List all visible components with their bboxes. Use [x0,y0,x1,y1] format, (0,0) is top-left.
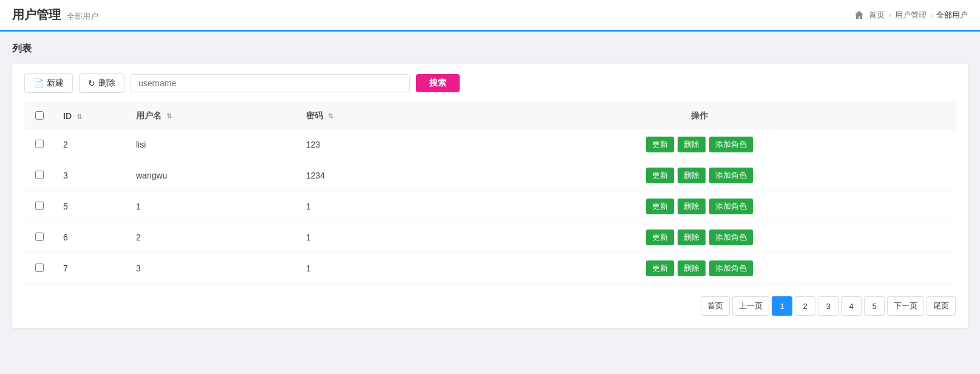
breadcrumb: 首页 › 用户管理 › 全部用户 [853,9,968,21]
page-first-button[interactable]: 首页 [701,296,730,316]
page-title: 用户管理 [12,7,61,23]
row-actions: 更新 删除 添加角色 [443,191,956,222]
add-role-button[interactable]: 添加角色 [709,168,753,183]
page-2-button[interactable]: 2 [795,296,815,316]
new-button[interactable]: 📄 新建 [24,73,73,93]
row-id: 3 [55,160,128,191]
add-role-button[interactable]: 添加角色 [709,229,753,245]
th-password: 密码 ⇅ [298,103,443,129]
search-button[interactable]: 搜索 [416,74,460,92]
page-prev-button[interactable]: 上一页 [732,296,769,316]
select-all-checkbox[interactable] [35,111,44,120]
row-username: 1 [128,191,298,222]
refresh-icon: ↻ [88,78,95,88]
page-5-button[interactable]: 5 [864,296,885,316]
row-actions: 更新 删除 添加角色 [443,222,956,253]
breadcrumb-home[interactable]: 首页 [869,10,885,21]
row-username: 3 [128,253,298,284]
th-id: ID ⇅ [55,103,128,129]
row-checkbox-1[interactable] [35,171,44,179]
update-button[interactable]: 更新 [646,137,674,152]
row-checkbox-3[interactable] [35,233,44,241]
sort-icon-id: ⇅ [77,113,82,121]
page-subtitle: 全部用户 [67,11,98,22]
sort-icon-password: ⇅ [328,112,333,120]
row-actions: 更新 删除 添加角色 [443,129,956,160]
table-row: 6 2 1 更新 删除 添加角色 [24,222,956,253]
row-checkbox-0[interactable] [35,140,44,148]
content-card: 📄 新建 ↻ 删除 搜索 ID ⇅ 用户名 [12,64,968,328]
row-password: 1234 [298,160,443,191]
row-checkbox-cell [24,129,55,160]
page-4-button[interactable]: 4 [841,296,862,316]
row-password: 1 [298,222,443,253]
row-username: 2 [128,222,298,253]
row-checkbox-cell [24,222,55,253]
new-icon: 📄 [33,78,44,88]
update-button[interactable]: 更新 [646,168,674,183]
breadcrumb-section[interactable]: 用户管理 [895,10,927,21]
users-table: ID ⇅ 用户名 ⇅ 密码 ⇅ 操作 2 lisi 123 [24,103,956,284]
row-checkbox-4[interactable] [35,264,44,272]
row-password: 123 [298,129,443,160]
toolbar: 📄 新建 ↻ 删除 搜索 [24,73,956,93]
row-actions: 更新 删除 添加角色 [443,253,956,284]
page-last-button[interactable]: 尾页 [927,296,956,316]
table-row: 2 lisi 123 更新 删除 添加角色 [24,129,956,160]
row-id: 5 [55,191,128,222]
table-row: 3 wangwu 1234 更新 删除 添加角色 [24,160,956,191]
table-row: 5 1 1 更新 删除 添加角色 [24,191,956,222]
row-username: wangwu [128,160,298,191]
page-next-button[interactable]: 下一页 [887,296,924,316]
update-button[interactable]: 更新 [646,229,674,245]
add-role-button[interactable]: 添加角色 [709,199,753,214]
delete-row-button[interactable]: 删除 [678,199,706,214]
search-input[interactable] [131,74,410,92]
update-button[interactable]: 更新 [646,199,674,214]
row-actions: 更新 删除 添加角色 [443,160,956,191]
update-button[interactable]: 更新 [646,260,674,276]
row-id: 7 [55,253,128,284]
sort-icon-username: ⇅ [166,112,172,120]
row-checkbox-cell [24,160,55,191]
delete-row-button[interactable]: 删除 [678,168,706,183]
pagination: 首页 上一页 1 2 3 4 5 下一页 尾页 [24,296,956,316]
row-password: 1 [298,191,443,222]
row-username: lisi [128,129,298,160]
row-checkbox-2[interactable] [35,202,44,210]
delete-button[interactable]: ↻ 删除 [79,73,124,93]
row-checkbox-cell [24,191,55,222]
row-checkbox-cell [24,253,55,284]
page-1-button[interactable]: 1 [772,296,792,316]
delete-row-button[interactable]: 删除 [678,260,706,276]
add-role-button[interactable]: 添加角色 [709,137,753,152]
breadcrumb-current: 全部用户 [936,10,968,21]
table-row: 7 3 1 更新 删除 添加角色 [24,253,956,284]
row-id: 6 [55,222,128,253]
th-checkbox [24,103,55,129]
th-username: 用户名 ⇅ [128,103,298,129]
section-title: 列表 [12,42,968,55]
th-actions: 操作 [443,103,956,129]
add-role-button[interactable]: 添加角色 [709,260,753,276]
row-id: 2 [55,129,128,160]
row-password: 1 [298,253,443,284]
home-icon [853,9,865,21]
page-3-button[interactable]: 3 [818,296,839,316]
delete-row-button[interactable]: 删除 [678,229,706,245]
delete-row-button[interactable]: 删除 [678,137,706,152]
